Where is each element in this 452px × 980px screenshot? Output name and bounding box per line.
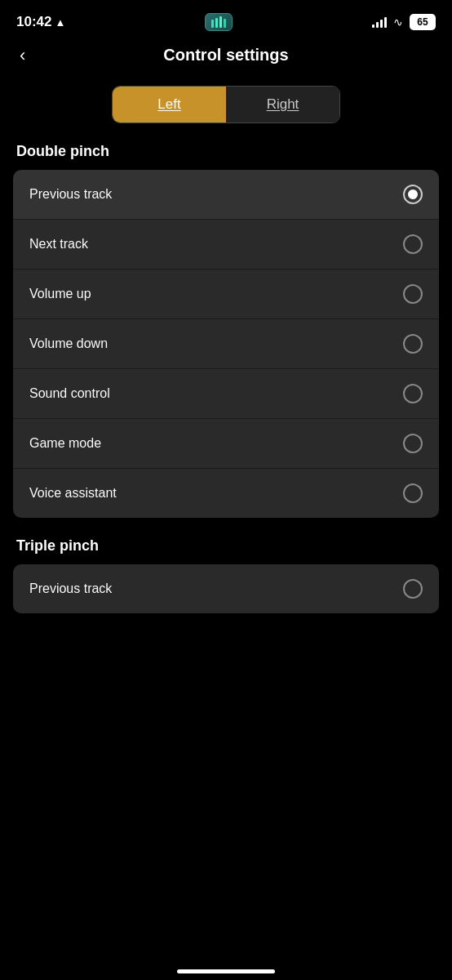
- app-icon: [205, 13, 233, 31]
- svg-rect-3: [224, 19, 226, 28]
- radio-sound-control-dp: [403, 384, 423, 403]
- header: ‹ Control settings: [0, 39, 452, 78]
- signal-bars: [372, 16, 387, 28]
- option-previous-track-dp[interactable]: Previous track: [13, 170, 439, 220]
- wifi-icon: ∿: [393, 16, 403, 29]
- radio-volume-up-dp: [403, 284, 423, 304]
- double-pinch-label: Double pinch: [0, 143, 452, 170]
- svg-rect-1: [215, 18, 218, 28]
- home-pill: [177, 969, 275, 973]
- status-time: 10:42 ▲: [16, 14, 65, 30]
- option-sound-control-dp[interactable]: Sound control: [13, 369, 439, 419]
- triple-pinch-label: Triple pinch: [0, 537, 452, 564]
- option-voice-assistant-dp[interactable]: Voice assistant: [13, 469, 439, 518]
- radio-previous-track-dp: [403, 185, 423, 204]
- option-next-track-dp[interactable]: Next track: [13, 220, 439, 270]
- option-volume-up-dp[interactable]: Volume up: [13, 270, 439, 319]
- status-bar: 10:42 ▲ ∿ 65: [0, 0, 452, 39]
- battery-indicator: 65: [410, 14, 436, 30]
- radio-next-track-dp: [403, 234, 423, 254]
- back-button[interactable]: ‹: [13, 42, 32, 69]
- home-indicator: [0, 956, 452, 980]
- option-previous-track-tp[interactable]: Previous track: [13, 564, 439, 613]
- option-game-mode-dp[interactable]: Game mode: [13, 419, 439, 469]
- location-icon: ▲: [55, 16, 65, 29]
- option-volume-down-dp[interactable]: Volume down: [13, 319, 439, 369]
- page-title: Control settings: [163, 46, 288, 65]
- radio-previous-track-tp: [403, 579, 423, 599]
- tab-right[interactable]: Right: [226, 87, 339, 122]
- radio-voice-assistant-dp: [403, 483, 423, 503]
- radio-volume-down-dp: [403, 334, 423, 354]
- tab-switcher: Left Right: [112, 86, 340, 123]
- tab-left[interactable]: Left: [113, 87, 226, 122]
- triple-pinch-options: Previous track: [13, 564, 439, 613]
- radio-game-mode-dp: [403, 434, 423, 453]
- double-pinch-options: Previous track Next track Volume up Volu…: [13, 170, 439, 518]
- svg-rect-2: [219, 16, 222, 28]
- svg-rect-0: [211, 20, 214, 28]
- status-right: ∿ 65: [372, 14, 436, 30]
